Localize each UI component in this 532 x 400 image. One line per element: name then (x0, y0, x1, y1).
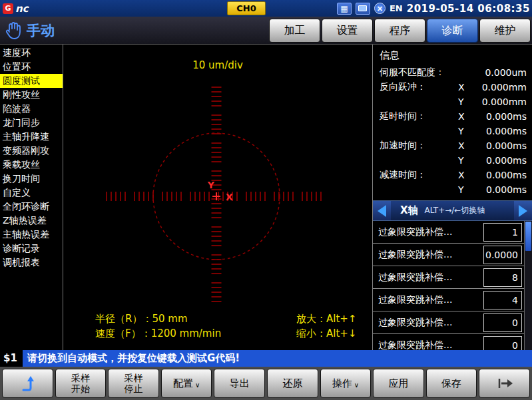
sidebar-item-load-tapping[interactable]: 乘载攻丝 (0, 158, 63, 172)
sidebar-item-diagnosis-record[interactable]: 诊断记录 (0, 242, 63, 256)
sample-stop-button[interactable]: 采样 停止 (108, 369, 159, 398)
tab-diagnosis[interactable]: 诊断 (427, 19, 478, 43)
tab-settings[interactable]: 设置 (322, 19, 373, 43)
sidebar-item-notch-filter[interactable]: 陷波器 (0, 102, 63, 116)
tab-program[interactable]: 程序 (374, 19, 425, 43)
sidebar-item-speed-loop[interactable]: 速度环 (0, 46, 63, 60)
zoom-in-hint: 放大：Alt+↑ (296, 311, 356, 326)
info-row: 加速时间： X 0.000ms (380, 138, 527, 153)
brand-logo-icon: G (3, 3, 13, 14)
info-row: Y 0.000mm (380, 95, 527, 109)
sidebar-item-inverter-tapping[interactable]: 变频器刚攻 (0, 144, 63, 158)
export-button[interactable]: 导出 (214, 369, 265, 398)
y-axis-label: Y (207, 180, 215, 190)
scale-label: 10 um/div (63, 59, 372, 71)
axis-switch-hint: ALT+→/←切换轴 (425, 205, 514, 216)
zoom-out-hint: 缩小：Alt+↓ (296, 326, 356, 341)
table-row[interactable]: 过象限突跳补偿... 1 (373, 221, 524, 244)
info-row: Y 0.000ms (380, 153, 527, 168)
parameter-table: 过象限突跳补偿... 1 过象限突跳补偿... 0.0000 过象限突跳补偿..… (373, 221, 532, 350)
axis-switch-bar: X轴 ALT+→/←切换轴 (373, 200, 532, 221)
left-arrow-icon (378, 205, 386, 217)
plot-params: 半径（R）：50 mm 速度（F）：1200 mm/min (95, 311, 221, 341)
sidebar-item-rigid-tapping[interactable]: 刚性攻丝 (0, 88, 63, 102)
brand-logo: G nc (3, 3, 29, 15)
tab-bar: 加工 设置 程序 诊断 维护 (269, 19, 531, 43)
monitor-icon[interactable] (356, 3, 370, 15)
function-key-bar: 采样 开始 采样 停止 配置 ∨ 导出 还原 操作 ∨ 应用 保存 (0, 367, 532, 400)
channel-badge[interactable]: CH0 (227, 1, 266, 15)
param-value[interactable]: 0 (483, 313, 522, 332)
close-icon[interactable]: × (374, 3, 386, 14)
x-axis-label: X (226, 192, 233, 202)
current-axis-label: X轴 (400, 204, 418, 217)
table-row[interactable]: 过象限突跳补偿... 4 (373, 289, 524, 311)
roundness-plot-canvas: Y X (63, 45, 373, 350)
language-indicator[interactable]: EN (390, 3, 403, 13)
sidebar-item-position-loop[interactable]: 位置环 (0, 60, 63, 74)
topbar-right: ▦ × EN 2019-05-14 06:08:35 (337, 0, 530, 17)
sidebar-item-custom[interactable]: 自定义 (0, 186, 63, 200)
grid-glyph: ▦ (340, 5, 348, 13)
sidebar-item-spindle-thermal-error[interactable]: 主轴热误差 (0, 228, 63, 242)
save-button[interactable]: 保存 (426, 369, 477, 398)
sidebar-item-gantry-sync[interactable]: 龙门同步 (0, 116, 63, 130)
param-value[interactable]: 0.0000 (483, 246, 522, 264)
param-value[interactable]: 0 (483, 336, 522, 351)
dropdown-caret-icon: ∨ (354, 381, 359, 389)
sidebar-item-closedloop-diag[interactable]: 全闭环诊断 (0, 200, 63, 214)
param-value[interactable]: 4 (483, 291, 522, 309)
dropdown-caret-icon: ∨ (195, 381, 200, 389)
next-page-arrow-icon (495, 376, 514, 391)
table-row[interactable]: 过象限突跳补偿... 0 (373, 334, 524, 350)
sidebar-item-spindle-accel[interactable]: 主轴升降速 (0, 130, 63, 144)
restore-button[interactable]: 还原 (267, 369, 318, 398)
status-message: 请切换到自动模式，并按复位键载入测试G代码! (23, 350, 532, 367)
operate-button[interactable]: 操作 ∨ (320, 369, 372, 398)
info-row: 反向跃冲： X 0.000mm (380, 80, 527, 95)
table-row[interactable]: 过象限突跳补偿... 0 (373, 311, 524, 334)
info-row: 延时时间： X 0.000ms (380, 109, 527, 124)
info-row: Y 0.000ms (380, 182, 527, 197)
tab-machining[interactable]: 加工 (269, 19, 320, 43)
info-row: 减速时间： X 0.000ms (380, 168, 527, 182)
datetime: 2019-05-14 06:08:35 (407, 3, 530, 15)
tab-maintenance[interactable]: 维护 (479, 19, 531, 43)
topbar: G nc CH0 ▦ × EN 2019-05-14 06:08:35 (0, 0, 532, 17)
info-panel: 信息 伺服不匹配度： 0.000um 反向跃冲： X 0.000mm Y 0.0… (373, 45, 532, 350)
speed-label: 速度（F）：1200 mm/min (95, 326, 221, 341)
right-arrow-icon (519, 205, 527, 217)
config-button[interactable]: 配置 ∨ (161, 369, 212, 398)
next-page-button[interactable] (479, 369, 530, 398)
channel-indicator: $1 (0, 350, 23, 367)
sidebar-item-z-thermal-error[interactable]: Z轴热误差 (0, 214, 63, 228)
keyboard-icon[interactable]: ▦ (337, 3, 352, 15)
return-button[interactable] (2, 369, 53, 398)
table-scrollbar[interactable] (524, 221, 532, 350)
mode-indicator: 手动 (4, 21, 55, 41)
apply-button[interactable]: 应用 (373, 369, 424, 398)
radius-label: 半径（R）：50 mm (95, 311, 221, 326)
table-row[interactable]: 过象限突跳补偿... 8 (373, 266, 524, 289)
zoom-hints: 放大：Alt+↑ 缩小：Alt+↓ (296, 311, 356, 341)
mode-label: 手动 (27, 21, 55, 40)
header-bar: 手动 加工 设置 程序 诊断 维护 (0, 17, 532, 45)
status-bar: $1 请切换到自动模式，并按复位键载入测试G代码! (0, 350, 532, 367)
table-row[interactable]: 过象限突跳补偿... 0.0000 (373, 244, 524, 266)
sidebar-item-toolchange-time[interactable]: 换刀时间 (0, 172, 63, 186)
sidebar: 速度环 位置环 圆度测试 刚性攻丝 陷波器 龙门同步 主轴升降速 变频器刚攻 乘… (0, 45, 63, 350)
content-area: 速度环 位置环 圆度测试 刚性攻丝 陷波器 龙门同步 主轴升降速 变频器刚攻 乘… (0, 45, 532, 350)
param-value[interactable]: 8 (483, 268, 522, 287)
param-value[interactable]: 1 (483, 223, 522, 242)
next-axis-button[interactable] (514, 201, 532, 220)
sidebar-item-roundness-test[interactable]: 圆度测试 (0, 74, 63, 88)
info-rows: 伺服不匹配度： 0.000um 反向跃冲： X 0.000mm Y 0.000m… (373, 65, 532, 197)
sample-start-button[interactable]: 采样 开始 (55, 369, 107, 398)
scrollbar-thumb[interactable] (525, 222, 531, 251)
prev-axis-button[interactable] (373, 201, 391, 220)
info-row: Y 0.000ms (380, 124, 527, 138)
cnc-screen: G nc CH0 ▦ × EN 2019-05-14 06:08:35 手动 加… (0, 0, 532, 400)
info-panel-title: 信息 (373, 45, 532, 65)
return-arrow-icon (19, 374, 36, 393)
sidebar-item-tuning-report[interactable]: 调机报表 (0, 256, 63, 270)
